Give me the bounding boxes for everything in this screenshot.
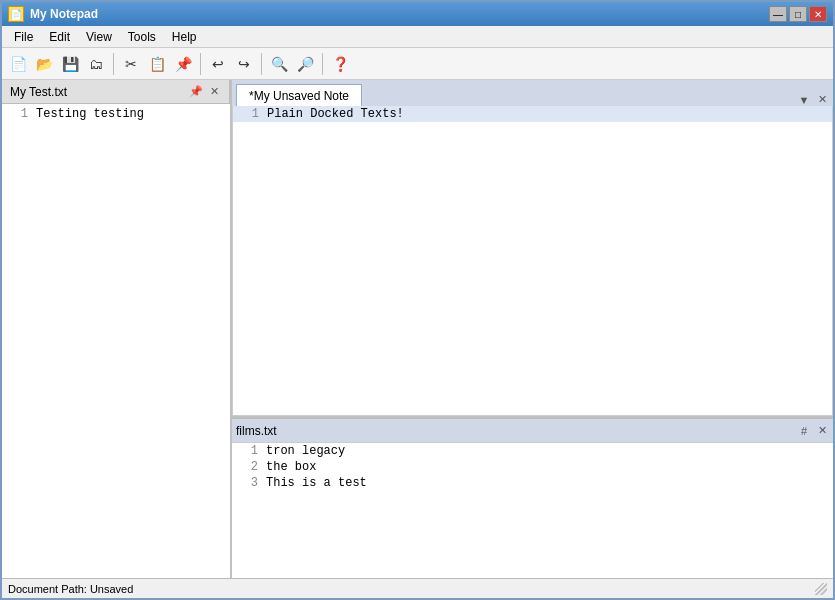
resize-grip[interactable] xyxy=(815,583,827,595)
line-text: Plain Docked Texts! xyxy=(267,107,404,121)
left-panel-pin-button[interactable]: 📌 xyxy=(189,85,203,98)
list-item: 3 This is a test xyxy=(232,475,833,491)
line-text: tron legacy xyxy=(266,444,345,458)
window-title: My Notepad xyxy=(30,7,98,21)
separator-1 xyxy=(113,53,114,75)
main-window: 📄 My Notepad — □ ✕ File Edit View Tools … xyxy=(0,0,835,600)
save-all-button[interactable]: 🗂 xyxy=(84,52,108,76)
paste-button[interactable]: 📌 xyxy=(171,52,195,76)
left-panel-tab-buttons: 📌 ✕ xyxy=(189,85,221,98)
line-number: 2 xyxy=(236,460,266,474)
list-item: 2 the box xyxy=(232,459,833,475)
line-number: 1 xyxy=(6,107,36,121)
list-item: 1 Plain Docked Texts! xyxy=(233,106,832,122)
copy-button[interactable]: 📋 xyxy=(145,52,169,76)
menu-tools[interactable]: Tools xyxy=(120,28,164,46)
left-panel: My Test.txt 📌 ✕ 1 Testing testing xyxy=(2,80,232,578)
left-panel-tab-title: My Test.txt xyxy=(10,85,189,99)
line-text: Testing testing xyxy=(36,107,144,121)
bottom-tab-bar: films.txt # ✕ xyxy=(232,418,833,442)
bottom-panel-close-button[interactable]: ✕ xyxy=(815,424,829,437)
doc-content[interactable]: 1 Plain Docked Texts! xyxy=(232,106,833,416)
open-button[interactable]: 📂 xyxy=(32,52,56,76)
line-text: the box xyxy=(266,460,316,474)
menu-file[interactable]: File xyxy=(6,28,41,46)
separator-2 xyxy=(200,53,201,75)
line-text: This is a test xyxy=(266,476,367,490)
menu-edit[interactable]: Edit xyxy=(41,28,78,46)
line-number: 3 xyxy=(236,476,266,490)
line-number: 1 xyxy=(236,444,266,458)
minimize-button[interactable]: — xyxy=(769,6,787,22)
bottom-panel-content[interactable]: 1 tron legacy 2 the box 3 This is a test xyxy=(232,442,833,578)
bottom-panel-pin-button[interactable]: # xyxy=(797,425,811,437)
save-button[interactable]: 💾 xyxy=(58,52,82,76)
right-panel: *My Unsaved Note ▼ ✕ 1 Plain Docked Text… xyxy=(232,80,833,578)
doc-tab-controls: ▼ ✕ xyxy=(797,93,833,106)
left-panel-content[interactable]: 1 Testing testing xyxy=(2,104,230,578)
redo-button[interactable]: ↪ xyxy=(232,52,256,76)
menu-view[interactable]: View xyxy=(78,28,120,46)
menu-bar: File Edit View Tools Help xyxy=(2,26,833,48)
doc-tab-title: *My Unsaved Note xyxy=(249,89,349,103)
close-window-button[interactable]: ✕ xyxy=(809,6,827,22)
new-button[interactable]: 📄 xyxy=(6,52,30,76)
undo-button[interactable]: ↩ xyxy=(206,52,230,76)
toolbar: 📄 📂 💾 🗂 ✂ 📋 📌 ↩ ↪ 🔍 🔎 ❓ xyxy=(2,48,833,80)
status-bar: Document Path: Unsaved xyxy=(2,578,833,598)
left-panel-close-button[interactable]: ✕ xyxy=(207,85,221,98)
doc-close-button[interactable]: ✕ xyxy=(815,93,829,106)
bottom-panel-title: films.txt xyxy=(236,424,277,438)
zoom-out-button[interactable]: 🔎 xyxy=(293,52,317,76)
title-bar-left: 📄 My Notepad xyxy=(8,6,98,22)
list-item: 1 Testing testing xyxy=(2,106,230,122)
main-area: My Test.txt 📌 ✕ 1 Testing testing *My U xyxy=(2,80,833,578)
doc-area: *My Unsaved Note ▼ ✕ 1 Plain Docked Text… xyxy=(232,80,833,418)
left-panel-tab: My Test.txt 📌 ✕ xyxy=(2,80,230,104)
doc-dropdown-button[interactable]: ▼ xyxy=(797,94,811,106)
maximize-button[interactable]: □ xyxy=(789,6,807,22)
separator-4 xyxy=(322,53,323,75)
zoom-in-button[interactable]: 🔍 xyxy=(267,52,291,76)
line-number: 1 xyxy=(237,107,267,121)
cut-button[interactable]: ✂ xyxy=(119,52,143,76)
bottom-panel-buttons: # ✕ xyxy=(797,424,829,437)
title-controls: — □ ✕ xyxy=(769,6,827,22)
app-icon: 📄 xyxy=(8,6,24,22)
menu-help[interactable]: Help xyxy=(164,28,205,46)
list-item: 1 tron legacy xyxy=(232,443,833,459)
separator-3 xyxy=(261,53,262,75)
help-button[interactable]: ❓ xyxy=(328,52,352,76)
status-text: Document Path: Unsaved xyxy=(8,583,133,595)
doc-tab-bar: *My Unsaved Note ▼ ✕ xyxy=(232,80,833,106)
title-bar: 📄 My Notepad — □ ✕ xyxy=(2,2,833,26)
doc-tab[interactable]: *My Unsaved Note xyxy=(236,84,362,106)
bottom-panel: films.txt # ✕ 1 tron legacy 2 the box xyxy=(232,418,833,578)
